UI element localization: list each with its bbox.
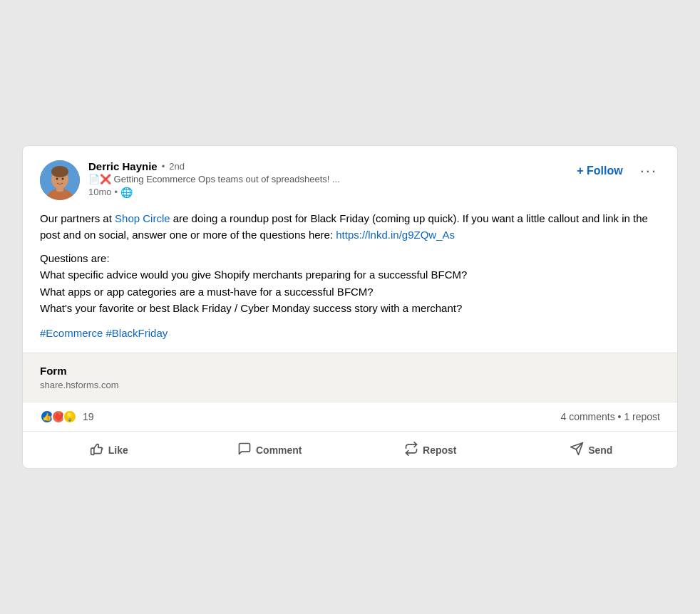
comments-count[interactable]: 4 comments — [560, 411, 614, 422]
reaction-emoji-3: 💡 — [63, 410, 77, 424]
svg-point-4 — [51, 166, 68, 177]
repost-button[interactable]: Repost — [350, 435, 511, 465]
repost-icon — [404, 442, 418, 458]
more-options-button[interactable]: ··· — [637, 160, 660, 182]
post-questions-block: Questions are: What specific advice woul… — [40, 250, 660, 316]
shop-circle-link[interactable]: Shop Circle — [115, 212, 170, 224]
follow-button[interactable]: + Follow — [571, 162, 628, 180]
questions-intro: Questions are: — [40, 252, 110, 264]
send-button[interactable]: Send — [511, 435, 672, 465]
hashtags[interactable]: #Ecommerce #BlackFriday — [40, 325, 660, 341]
time-row: 10mo • 🌐 — [88, 187, 340, 198]
connection-badge: • — [162, 161, 165, 172]
question-2: What apps or app categories are a must-h… — [40, 286, 374, 298]
question-3: What's your favorite or best Black Frida… — [40, 302, 462, 314]
connection-degree: 2nd — [169, 161, 185, 172]
comment-button[interactable]: Comment — [190, 435, 351, 465]
reaction-emoji-group: 👍 ❤️ 💡 — [40, 410, 77, 424]
form-preview-title: Form — [40, 365, 660, 377]
post-card: Derric Haynie • 2nd 📄❌ Getting Ecommerce… — [22, 145, 678, 469]
avatar[interactable] — [40, 160, 80, 200]
like-button[interactable]: Like — [29, 435, 190, 465]
send-icon — [570, 442, 584, 458]
svg-point-6 — [62, 177, 64, 179]
svg-point-5 — [56, 177, 58, 179]
like-icon — [90, 442, 104, 458]
user-headline: 📄❌ Getting Ecommerce Ops teams out of sp… — [88, 174, 340, 184]
post-header: Derric Haynie • 2nd 📄❌ Getting Ecommerce… — [40, 160, 660, 200]
send-label: Send — [588, 444, 612, 456]
post-body: Our partners at Shop Circle are doing a … — [40, 210, 660, 342]
form-link[interactable]: https://lnkd.in/g9ZQw_As — [336, 229, 455, 241]
reactions-left[interactable]: 👍 ❤️ 💡 19 — [40, 410, 94, 424]
actions-row: Like Comment Repost — [23, 431, 677, 468]
reactions-row: 👍 ❤️ 💡 19 4 comments • 1 repost — [23, 402, 677, 431]
post-time: 10mo — [88, 187, 112, 197]
question-1: What specific advice would you give Shop… — [40, 269, 467, 281]
like-label: Like — [108, 444, 128, 456]
dot-separator: • — [115, 187, 118, 197]
repost-label: Repost — [423, 444, 456, 456]
form-preview-url: share.hsforms.com — [40, 380, 660, 390]
reposts-count[interactable]: 1 repost — [624, 411, 660, 422]
reactions-right: 4 comments • 1 repost — [560, 411, 660, 422]
user-info-section: Derric Haynie • 2nd 📄❌ Getting Ecommerce… — [40, 160, 340, 200]
form-preview-section[interactable]: Form share.hsforms.com — [23, 353, 677, 402]
globe-icon: 🌐 — [120, 187, 133, 198]
paragraph1-prefix: Our partners at — [40, 212, 115, 224]
header-actions: + Follow ··· — [571, 160, 660, 182]
user-details: Derric Haynie • 2nd 📄❌ Getting Ecommerce… — [88, 160, 340, 198]
user-name-row: Derric Haynie • 2nd — [88, 160, 340, 172]
post-paragraph-1: Our partners at Shop Circle are doing a … — [40, 210, 660, 244]
comment-label: Comment — [256, 444, 302, 456]
user-name[interactable]: Derric Haynie — [88, 160, 158, 172]
reaction-count: 19 — [83, 411, 94, 422]
post-content-area: Derric Haynie • 2nd 📄❌ Getting Ecommerce… — [23, 146, 677, 353]
comment-icon — [237, 442, 252, 458]
